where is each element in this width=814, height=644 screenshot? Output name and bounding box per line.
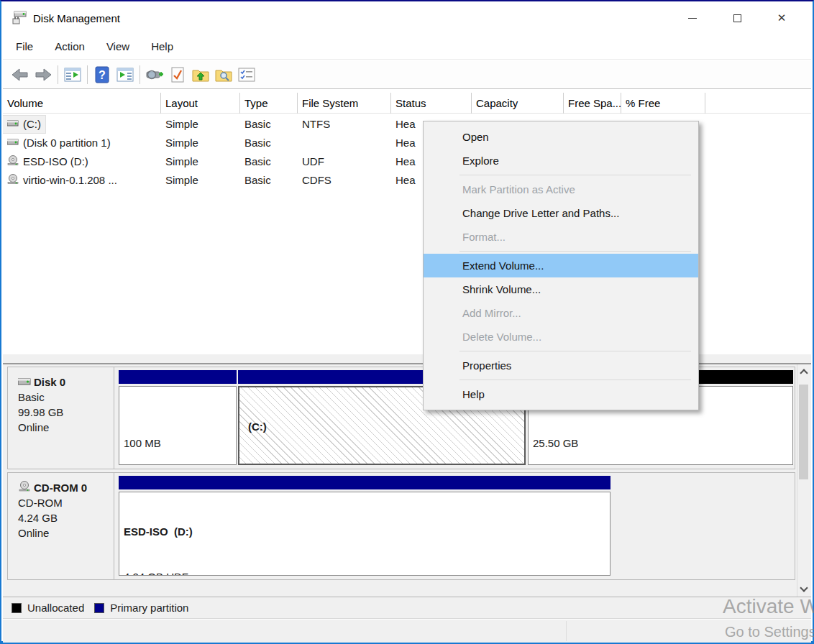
column-header-file-system[interactable]: File System (298, 93, 391, 114)
volume-cell: virtio-win-0.1.208 ... (3, 172, 122, 189)
status-cell: Hea (395, 115, 416, 134)
rescan-disks-icon (145, 68, 164, 82)
disk-drive-icon (7, 115, 19, 134)
partition-title: (C:) (244, 419, 520, 434)
volume-list-header: Volume Layout Type File System Status Ca… (3, 93, 811, 114)
show-action-pane-icon (116, 68, 134, 82)
menu-item-open[interactable]: Open (424, 125, 698, 149)
context-menu: Open Explore Mark Partition as Active Ch… (423, 121, 699, 410)
menu-item-extend-volume[interactable]: Extend Volume... (424, 254, 698, 277)
partition-esd-iso[interactable]: ESD-ISO (D:) 4.24 GB UDF Healthy (Primar… (119, 476, 610, 576)
menu-item-shrink-volume[interactable]: Shrink Volume... (424, 277, 698, 301)
partition-title: ESD-ISO (D:) (124, 524, 605, 539)
cd-rom-icon (7, 152, 19, 171)
status-cell: Hea (395, 134, 416, 152)
scrollbar-thumb[interactable] (799, 385, 808, 479)
cd-rom-icon (7, 171, 19, 190)
partition-size: 100 MB (124, 436, 232, 451)
cdrom0-row: CD-ROM 0 CD-ROM 4.24 GB Online ESD-ISO (… (7, 472, 795, 580)
menu-separator (459, 380, 691, 380)
disk0-label[interactable]: Disk 0 Basic 99.98 GB Online (8, 367, 114, 469)
unallocated-swatch (12, 603, 22, 613)
cdrom0-name-line: CD-ROM 0 (18, 480, 114, 495)
volume-cell: ESD-ISO (D:) (3, 153, 93, 170)
layout-cell: Simple (165, 171, 198, 190)
activate-windows-watermark-sub: Go to Settings to acti (725, 624, 814, 640)
column-header-type[interactable]: Type (240, 93, 298, 114)
disk-kind: CD-ROM (18, 495, 114, 510)
menu-view[interactable]: View (98, 36, 138, 57)
legend-bar: Unallocated Primary partition (3, 597, 811, 619)
show-console-tree-button[interactable] (61, 64, 84, 86)
scroll-up-icon[interactable] (800, 369, 808, 377)
menu-separator (459, 351, 691, 351)
action-list-button[interactable] (235, 64, 258, 86)
column-header-free-space[interactable]: Free Spa... (564, 93, 621, 114)
column-header-capacity[interactable]: Capacity (472, 93, 564, 114)
back-arrow-icon (12, 68, 29, 81)
cdrom0-label[interactable]: CD-ROM 0 CD-ROM 4.24 GB Online (8, 473, 114, 579)
help-icon: ? (95, 66, 109, 83)
menu-item-help[interactable]: Help (424, 382, 698, 406)
type-cell: Basic (244, 115, 271, 134)
volume-name: virtio-win-0.1.208 ... (23, 171, 117, 190)
menu-help[interactable]: Help (142, 36, 182, 57)
activate-windows-watermark: Activate Windo (723, 595, 814, 618)
menu-item-properties[interactable]: Properties (424, 354, 698, 377)
toolbar-separator (140, 65, 140, 84)
primary-partition-band (119, 370, 237, 384)
minimize-icon (688, 18, 697, 19)
legend-label-unallocated: Unallocated (27, 602, 84, 614)
folder-search-icon (215, 68, 232, 82)
column-header-volume[interactable]: Volume (3, 93, 161, 114)
status-cell: Hea (395, 171, 416, 190)
partition-efi[interactable]: 100 MB Healthy (EFI Syste (119, 370, 237, 465)
menu-separator (459, 251, 691, 252)
back-button[interactable] (9, 64, 32, 86)
forward-button[interactable] (32, 64, 55, 86)
minimize-button[interactable] (670, 3, 715, 33)
status-bar-divider (566, 621, 567, 641)
scroll-down-icon[interactable] (800, 584, 808, 592)
disk-name: Disk 0 (34, 374, 65, 390)
menu-item-delete-volume[interactable]: Delete Volume... (424, 325, 698, 349)
menu-item-explore[interactable]: Explore (424, 149, 698, 172)
vertical-scrollbar[interactable] (797, 364, 810, 597)
menu-item-format[interactable]: Format... (424, 225, 698, 249)
volume-cell: (C:) (3, 116, 45, 133)
menu-item-add-mirror[interactable]: Add Mirror... (424, 301, 698, 325)
folder-up-button[interactable] (189, 64, 212, 86)
svg-text:?: ? (99, 69, 106, 81)
menu-item-mark-partition-active[interactable]: Mark Partition as Active (424, 178, 698, 201)
check-document-button[interactable] (166, 64, 189, 86)
maximize-button[interactable] (715, 3, 759, 33)
column-header-layout[interactable]: Layout (161, 93, 240, 114)
help-button[interactable]: ? (91, 64, 114, 86)
close-button[interactable]: ✕ (759, 3, 804, 33)
volume-cell: (Disk 0 partition 1) (3, 134, 115, 152)
disk0-name-line: Disk 0 (18, 374, 114, 390)
file-system-cell: NTFS (302, 115, 330, 134)
type-cell: Basic (244, 134, 271, 152)
partition-size: 4.24 GB UDF (124, 569, 605, 576)
rescan-disks-button[interactable] (143, 64, 166, 86)
menu-action[interactable]: Action (46, 36, 93, 57)
column-header-status[interactable]: Status (391, 93, 472, 114)
disk-drive-icon (7, 134, 19, 152)
layout-cell: Simple (165, 115, 198, 134)
volume-name: (Disk 0 partition 1) (23, 134, 111, 152)
disk-name: CD-ROM 0 (34, 480, 87, 495)
show-action-pane-button[interactable] (114, 64, 137, 86)
layout-cell: Simple (165, 152, 198, 171)
volume-name: ESD-ISO (D:) (23, 152, 88, 171)
disk-drive-icon (18, 374, 31, 390)
window-frame: Disk Management ✕ File Action View Help (0, 0, 814, 644)
menu-file[interactable]: File (7, 36, 42, 57)
close-icon: ✕ (777, 12, 787, 24)
menu-separator (459, 175, 691, 175)
column-header-pct-free[interactable]: % Free (621, 93, 705, 114)
menu-item-change-drive-letter[interactable]: Change Drive Letter and Paths... (424, 201, 698, 225)
file-system-cell: UDF (302, 152, 324, 171)
toolbar-separator (58, 65, 58, 84)
folder-search-button[interactable] (212, 64, 235, 86)
